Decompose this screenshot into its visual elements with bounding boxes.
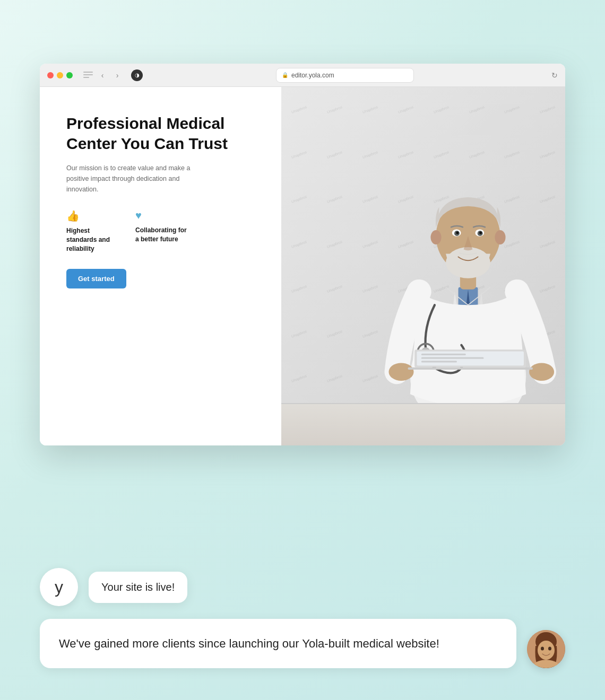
url-text: editor.yola.com <box>291 72 334 79</box>
chat-bubble-1-text: Your site is live! <box>101 581 175 593</box>
chat-bubble-row-1: y Your site is live! <box>40 568 565 606</box>
close-button[interactable] <box>47 72 54 78</box>
hero-right-panel: Unapbros Unapbros Unapbros Unapbros Unap… <box>281 87 565 445</box>
user-avatar <box>527 630 565 668</box>
svg-point-25 <box>495 230 505 244</box>
lock-icon: 🔒 <box>282 72 288 78</box>
desk-surface <box>281 403 565 445</box>
svg-point-28 <box>538 641 555 660</box>
chat-bubble-row-2: We've gained more clients since launchin… <box>40 619 565 668</box>
feature-label-collaborating: Collaborating for a better future <box>135 226 188 244</box>
heart-icon: ♥ <box>135 209 188 222</box>
chat-bubble-1: Your site is live! <box>89 572 187 603</box>
chat-area: y Your site is live! We've gained more c… <box>40 568 565 668</box>
svg-point-23 <box>479 232 482 234</box>
svg-point-30 <box>548 647 551 651</box>
svg-rect-14 <box>421 361 456 362</box>
forward-button[interactable]: › <box>112 70 123 81</box>
hero-title: Professional Medical Center You Can Trus… <box>66 113 260 153</box>
svg-point-29 <box>541 647 544 651</box>
svg-point-22 <box>456 232 459 234</box>
svg-rect-12 <box>421 354 465 355</box>
svg-rect-9 <box>408 368 532 370</box>
thumbs-up-icon: 👍 <box>66 209 119 222</box>
traffic-lights <box>47 72 73 78</box>
browser-chrome: ‹ › ◑ 🔒 editor.yola.com ↻ <box>40 64 565 87</box>
feature-item-collaborating: ♥ Collaborating for a better future <box>135 209 188 253</box>
hero-features: 👍 Highest standards and reliability ♥ Co… <box>66 209 260 253</box>
hero-subtitle: Our mission is to create value and make … <box>66 163 194 195</box>
hero-left-panel: Professional Medical Center You Can Trus… <box>40 87 281 445</box>
back-button[interactable]: ‹ <box>97 70 108 81</box>
svg-point-8 <box>529 363 554 381</box>
website-content: Professional Medical Center You Can Trus… <box>40 87 565 445</box>
maximize-button[interactable] <box>66 72 73 78</box>
chat-bubble-2-text: We've gained more clients since launchin… <box>59 637 439 650</box>
browser-controls: ‹ › <box>83 70 123 81</box>
feature-item-standards: 👍 Highest standards and reliability <box>66 209 119 253</box>
minimize-button[interactable] <box>57 72 63 78</box>
feature-label-standards: Highest standards and reliability <box>66 226 119 253</box>
svg-point-24 <box>430 230 441 244</box>
yola-avatar: y <box>40 568 78 606</box>
yola-initial: y <box>55 578 63 597</box>
svg-point-7 <box>388 363 413 381</box>
address-bar-wrap: 🔒 editor.yola.com <box>149 68 541 83</box>
browser-window: ‹ › ◑ 🔒 editor.yola.com ↻ Professional M… <box>40 64 565 445</box>
svg-rect-13 <box>421 357 483 358</box>
doctor-image <box>357 138 565 445</box>
address-bar[interactable]: 🔒 editor.yola.com <box>276 68 414 83</box>
get-started-button[interactable]: Get started <box>66 269 126 288</box>
sidebar-toggle-icon[interactable] <box>83 72 93 79</box>
reload-button[interactable]: ↻ <box>551 71 558 80</box>
chat-bubble-2: We've gained more clients since launchin… <box>40 619 516 668</box>
brightness-icon: ◑ <box>131 69 143 81</box>
